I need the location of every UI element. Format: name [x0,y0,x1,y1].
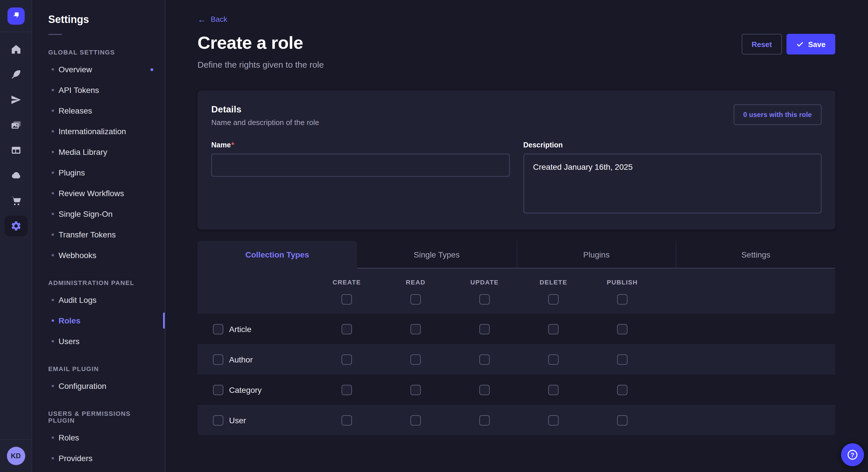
article-create-checkbox[interactable] [342,324,352,334]
item-bullet [52,340,54,342]
permission-cell [588,324,657,334]
category-create-checkbox[interactable] [342,384,352,395]
item-bullet [52,319,54,322]
back-link[interactable]: ← Back [197,15,227,24]
avatar[interactable]: KD [7,447,25,465]
reset-button[interactable]: Reset [742,34,782,55]
active-indicator [163,312,165,329]
sidebar-item-configuration[interactable]: Configuration [32,376,165,396]
header-actions: Reset Save [742,34,835,55]
rail-button-deploy[interactable] [4,90,27,110]
sidebar-item-roles[interactable]: Roles [32,310,165,331]
sidebar-item-releases[interactable]: Releases [32,100,165,121]
sidebar-item-roles[interactable]: Roles [32,427,165,448]
tab-plugins[interactable]: Plugins [516,241,676,268]
item-bullet [52,213,54,215]
tab-label: Single Types [414,250,460,259]
permission-cell [381,415,450,425]
user-select-checkbox[interactable] [213,415,223,425]
permission-cell [450,354,519,365]
article-select-checkbox[interactable] [213,324,223,334]
permission-cell [519,354,588,365]
sidebar-item-users[interactable]: Users [32,331,165,351]
author-create-checkbox[interactable] [342,354,352,365]
user-delete-checkbox[interactable] [548,415,559,425]
home-icon [10,43,22,55]
rail-button-marketplace[interactable] [4,191,27,211]
save-button[interactable]: Save [786,34,835,55]
section-label: ADMINISTRATION PANEL [32,279,165,286]
user-read-checkbox[interactable] [410,415,421,425]
section-label: GLOBAL SETTINGS [32,49,165,56]
sidebar-item-label: API Tokens [59,86,99,95]
subnav-section-administration-panel: ADMINISTRATION PANELAudit LogsRolesUsers [32,279,165,351]
sidebar-item-label: Plugins [59,168,85,177]
sidebar-item-label: Audit Logs [59,295,96,305]
select-all-publish-checkbox[interactable] [617,294,627,305]
category-delete-checkbox[interactable] [548,384,559,395]
select-all-read-checkbox[interactable] [410,294,421,305]
tab-settings[interactable]: Settings [676,241,836,268]
rail-button-home[interactable] [4,39,27,60]
sidebar-item-review-workflows[interactable]: Review Workflows [32,183,165,204]
rail-bottom-section: KD [0,439,32,472]
help-button[interactable]: ? [841,443,864,466]
page-header: Create a role Reset Save [197,33,835,55]
author-publish-checkbox[interactable] [617,354,627,365]
author-delete-checkbox[interactable] [548,354,559,365]
user-update-checkbox[interactable] [479,415,490,425]
user-create-checkbox[interactable] [342,415,352,425]
article-delete-checkbox[interactable] [548,324,559,334]
sidebar-item-providers[interactable]: Providers [32,448,165,469]
sidebar-item-webhooks[interactable]: Webhooks [32,245,165,266]
sidebar-item-plugins[interactable]: Plugins [32,162,165,183]
name-input[interactable] [211,154,509,177]
sidebar-item-single-sign-on[interactable]: Single Sign-On [32,204,165,224]
select-all-update-checkbox[interactable] [479,294,490,305]
rail-button-content-manager[interactable] [4,140,27,161]
permissions-table: CREATEREADUPDATEDELETEPUBLISH ArticleAut… [197,268,835,435]
tab-collection-types[interactable]: Collection Types [197,241,357,268]
sidebar-item-overview[interactable]: Overview [32,59,165,80]
article-publish-checkbox[interactable] [617,324,627,334]
permission-cell [519,384,588,395]
subnav-section-email-plugin: EMAIL PLUGINConfiguration [32,365,165,396]
svg-text:?: ? [850,451,854,459]
select-all-cell [381,294,450,305]
rail-button-settings[interactable] [4,216,27,236]
select-all-create-checkbox[interactable] [342,294,352,305]
rail-button-content[interactable] [4,64,27,85]
select-all-delete-checkbox[interactable] [548,294,559,305]
author-read-checkbox[interactable] [410,354,421,365]
cart-icon [10,195,22,206]
sidebar-item-label: Media Library [59,147,107,157]
sidebar-item-api-tokens[interactable]: API Tokens [32,80,165,100]
category-publish-checkbox[interactable] [617,384,627,395]
category-read-checkbox[interactable] [410,384,421,395]
article-update-checkbox[interactable] [479,324,490,334]
item-bullet [52,299,54,301]
author-select-checkbox[interactable] [213,354,223,365]
category-select-checkbox[interactable] [213,384,223,395]
sidebar-item-internationalization[interactable]: Internationalization [32,121,165,142]
strapi-logo[interactable] [7,7,24,24]
settings-subnav: Settings GLOBAL SETTINGSOverviewAPI Toke… [32,0,165,472]
column-header-delete: DELETE [519,279,588,285]
tab-single-types[interactable]: Single Types [357,241,517,268]
user-publish-checkbox[interactable] [617,415,627,425]
rail-button-media-library[interactable] [4,115,27,135]
description-textarea[interactable]: Created January 16th, 2025 [523,154,822,213]
layout-icon [10,144,22,156]
category-update-checkbox[interactable] [479,384,490,395]
sidebar-item-label: Providers [59,453,92,463]
sidebar-item-transfer-tokens[interactable]: Transfer Tokens [32,224,165,245]
strapi-admin-app: KD Settings GLOBAL SETTINGSOverviewAPI T… [0,0,868,472]
row-label: User [229,415,246,425]
article-read-checkbox[interactable] [410,324,421,334]
sidebar-item-audit-logs[interactable]: Audit Logs [32,290,165,310]
rail-button-cloud[interactable] [4,165,27,186]
permission-cell [519,415,588,425]
sidebar-item-media-library[interactable]: Media Library [32,142,165,162]
users-with-role-button[interactable]: 0 users with this role [733,104,822,125]
author-update-checkbox[interactable] [479,354,490,365]
